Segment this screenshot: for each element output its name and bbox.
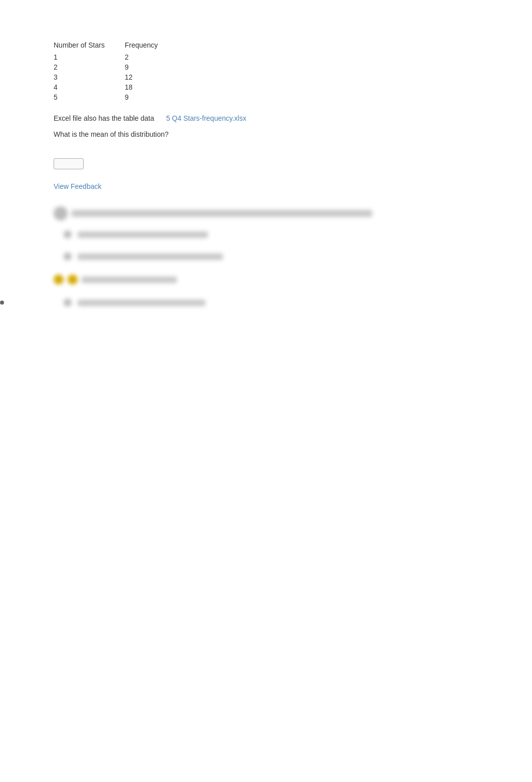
blurred-option-text-2	[78, 253, 223, 260]
blurred-radio-2	[64, 252, 72, 260]
blurred-icon-selected	[68, 275, 78, 285]
blurred-option-1	[64, 230, 478, 238]
excel-file-link[interactable]: 5 Q4 Stars-frequency.xlsx	[166, 114, 246, 122]
table-row: 59	[54, 92, 178, 102]
blurred-option-text-selected	[82, 277, 177, 283]
blurred-option-4	[64, 299, 478, 307]
table-row: 418	[54, 82, 178, 92]
excel-note-text: Excel file also has the table data	[54, 114, 154, 122]
col-stars-header: Number of Stars	[54, 40, 125, 52]
question-text: What is the mean of this distribution?	[54, 130, 478, 138]
blurred-option-text-1	[78, 231, 208, 238]
answer-section	[54, 158, 478, 169]
frequency-table: Number of Stars Frequency 122931241859	[54, 40, 178, 102]
stars-cell: 2	[54, 62, 125, 72]
page-container: Number of Stars Frequency 122931241859 E…	[0, 0, 532, 341]
frequency-cell: 9	[125, 62, 178, 72]
frequency-cell: 18	[125, 82, 178, 92]
blurred-option-2	[64, 252, 478, 260]
blurred-icon	[54, 206, 68, 220]
table-row: 12	[54, 52, 178, 62]
view-feedback-container: View Feedback	[54, 179, 478, 201]
frequency-cell: 12	[125, 72, 178, 82]
answer-input-row	[54, 158, 478, 169]
blurred-option-text-4	[78, 300, 205, 306]
table-row: 312	[54, 72, 178, 82]
stars-cell: 1	[54, 52, 125, 62]
stars-cell: 5	[54, 92, 125, 102]
left-marker	[0, 301, 4, 305]
blurred-option-selected	[54, 275, 478, 285]
view-feedback-button[interactable]: View Feedback	[54, 179, 101, 193]
frequency-cell: 2	[125, 52, 178, 62]
blurred-radio-selected	[54, 275, 64, 285]
frequency-cell: 9	[125, 92, 178, 102]
answer-input[interactable]	[54, 158, 84, 169]
blurred-header	[54, 206, 478, 220]
excel-note-row: Excel file also has the table data 5 Q4 …	[54, 114, 478, 122]
blurred-feedback-section	[54, 206, 478, 307]
stars-cell: 4	[54, 82, 125, 92]
col-frequency-header: Frequency	[125, 40, 178, 52]
stars-cell: 3	[54, 72, 125, 82]
blurred-header-text	[72, 210, 372, 217]
table-section: Number of Stars Frequency 122931241859	[54, 40, 478, 102]
table-row: 29	[54, 62, 178, 72]
blurred-radio-1	[64, 230, 72, 238]
blurred-radio-4	[64, 299, 72, 307]
